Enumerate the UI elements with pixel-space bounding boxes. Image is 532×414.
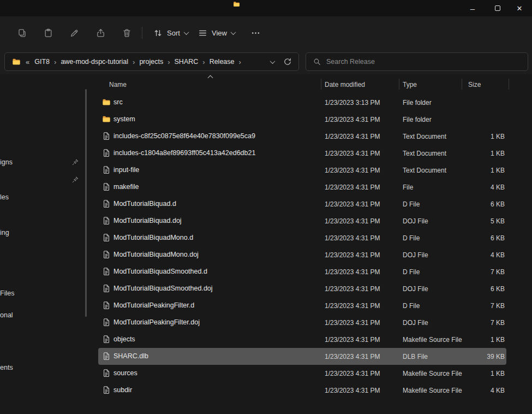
sidebar-item-ing[interactable]: ing <box>0 229 9 236</box>
file-row[interactable]: makefile 1/23/2023 4:31 PM File 4 KB <box>98 179 506 196</box>
toolbar-separator <box>142 27 142 39</box>
file-row[interactable]: ModTutorialBiquadMono.doj 1/23/2023 4:31… <box>98 246 506 263</box>
file-row[interactable]: system 1/23/2023 4:31 PM File folder <box>98 111 506 128</box>
file-date: 1/23/2023 4:31 PM <box>325 167 380 174</box>
file-name: SHARC.dlb <box>113 352 148 360</box>
breadcrumb-git8[interactable]: GIT8 <box>33 58 51 66</box>
breadcrumb-overflow[interactable]: « <box>26 58 29 66</box>
delete-button[interactable] <box>116 23 138 42</box>
file-size: 5 KB <box>447 217 505 225</box>
sidebar-scrollbar[interactable] <box>85 89 87 317</box>
file-row[interactable]: sources 1/23/2023 4:31 PM Makefile Sourc… <box>98 365 506 382</box>
file-icon <box>102 182 111 191</box>
file-name: sources <box>113 369 138 377</box>
file-row-selected[interactable]: SHARC.dlb 1/23/2023 4:31 PM DLB File 39 … <box>98 348 506 365</box>
file-type: D File <box>403 200 420 208</box>
pin-icon <box>71 158 79 166</box>
file-icon <box>102 199 111 208</box>
column-header-name[interactable]: Name <box>109 81 127 88</box>
file-type: File folder <box>403 116 432 123</box>
delete-icon <box>122 28 131 38</box>
more-options-button[interactable] <box>244 23 266 42</box>
file-row[interactable]: ModTutorialBiquadMono.d 1/23/2023 4:31 P… <box>98 229 506 246</box>
sort-button[interactable]: Sort <box>147 23 194 42</box>
paste-button[interactable] <box>37 23 59 42</box>
breadcrumb-separator: › <box>51 58 59 66</box>
file-name: subdir <box>113 386 132 394</box>
file-date: 1/23/2023 4:31 PM <box>325 387 380 394</box>
file-row[interactable]: ModTutorialPeakingFilter.doj 1/23/2023 4… <box>98 314 506 331</box>
column-header-date-modified[interactable]: Date modified <box>325 81 365 88</box>
file-date: 1/23/2023 4:31 PM <box>325 150 380 157</box>
column-divider[interactable] <box>462 79 462 90</box>
file-date: 1/23/2023 4:31 PM <box>325 200 380 208</box>
file-name: input-file <box>113 166 139 174</box>
file-row[interactable]: src 1/23/2023 3:13 PM File folder <box>98 94 506 111</box>
file-row[interactable]: ModTutorialBiquadSmoothed.doj 1/23/2023 … <box>98 280 506 297</box>
file-row[interactable]: ModTutorialPeakingFilter.d 1/23/2023 4:3… <box>98 297 506 314</box>
file-name: system <box>113 115 135 123</box>
column-divider[interactable] <box>509 79 509 90</box>
column-divider[interactable] <box>321 79 321 90</box>
file-icon <box>102 284 111 293</box>
file-size: 7 KB <box>447 319 505 327</box>
file-icon <box>102 352 111 360</box>
copy-button[interactable] <box>11 23 33 42</box>
share-button[interactable] <box>89 23 111 42</box>
rename-button[interactable] <box>63 23 85 42</box>
search-box[interactable] <box>306 52 528 71</box>
file-name: ModTutorialBiquad.doj <box>113 217 182 224</box>
close-button[interactable]: ✕ <box>507 0 532 16</box>
breadcrumb-awe-mod-dspc-tutorial[interactable]: awe-mod-dspc-tutorial <box>59 58 130 66</box>
search-input[interactable] <box>326 58 521 66</box>
chevron-down-icon <box>231 29 236 35</box>
address-row: « GIT8 › awe-mod-dspc-tutorial › project… <box>0 49 532 74</box>
pin-icon <box>71 176 79 184</box>
file-size: 1 KB <box>447 336 505 344</box>
file-size: 4 KB <box>447 387 505 394</box>
file-row[interactable]: input-file 1/23/2023 4:31 PM Text Docume… <box>98 162 506 179</box>
file-size: 4 KB <box>447 251 505 259</box>
sidebar-item-onal[interactable]: onal <box>0 311 13 319</box>
sidebar-item-les[interactable]: les <box>0 193 9 201</box>
file-row[interactable]: ModTutorialBiquad.d 1/23/2023 4:31 PM D … <box>98 196 506 212</box>
file-date: 1/23/2023 4:31 PM <box>325 319 380 327</box>
file-name: ModTutorialPeakingFilter.d <box>113 301 194 309</box>
column-header-size[interactable]: Size <box>468 81 481 88</box>
address-bar[interactable]: « GIT8 › awe-mod-dspc-tutorial › project… <box>4 52 299 71</box>
column-divider[interactable] <box>399 79 399 90</box>
file-date: 1/23/2023 4:31 PM <box>325 268 380 276</box>
breadcrumb-release[interactable]: Release <box>208 58 236 66</box>
refresh-icon[interactable] <box>283 57 292 66</box>
breadcrumb-sharc[interactable]: SHARC <box>173 58 200 66</box>
file-size: 1 KB <box>447 133 505 140</box>
file-icon <box>102 250 111 259</box>
sidebar-item-files[interactable]: Files <box>0 289 14 297</box>
file-icon <box>102 369 111 377</box>
address-dropdown-chevron-icon[interactable] <box>270 58 276 64</box>
file-row[interactable]: objects 1/23/2023 4:31 PM Makefile Sourc… <box>98 331 506 348</box>
file-icon <box>102 216 111 225</box>
file-row[interactable]: includes-c8f25c0875e8f64e40e7830f099e5ca… <box>98 128 506 145</box>
file-date: 1/23/2023 4:31 PM <box>325 370 380 377</box>
file-name: src <box>113 98 123 106</box>
search-icon <box>313 58 321 66</box>
sidebar-item-igns[interactable]: igns <box>0 158 13 166</box>
view-button[interactable]: View <box>192 23 241 42</box>
file-type: D File <box>403 234 420 242</box>
title-bar[interactable]: – ✕ <box>0 0 532 16</box>
breadcrumb-projects[interactable]: projects <box>138 58 165 66</box>
file-name: objects <box>113 335 135 343</box>
copy-icon <box>17 28 27 38</box>
sidebar-item-ents[interactable]: ents <box>0 364 13 371</box>
file-row[interactable]: includes-c1804a8ef89693ff05c413a42ed6db2… <box>98 145 506 162</box>
file-type: Text Document <box>403 133 446 140</box>
file-date: 1/23/2023 4:31 PM <box>325 251 380 259</box>
minimize-button[interactable]: – <box>460 0 485 16</box>
file-row[interactable]: ModTutorialBiquadSmoothed.d 1/23/2023 4:… <box>98 263 506 280</box>
file-row[interactable]: ModTutorialBiquad.doj 1/23/2023 4:31 PM … <box>98 212 506 229</box>
close-glyph: ✕ <box>517 4 523 13</box>
file-type: DOJ File <box>403 285 428 293</box>
column-header-type[interactable]: Type <box>403 81 417 88</box>
file-row[interactable]: subdir 1/23/2023 4:31 PM Makefile Source… <box>98 382 506 399</box>
